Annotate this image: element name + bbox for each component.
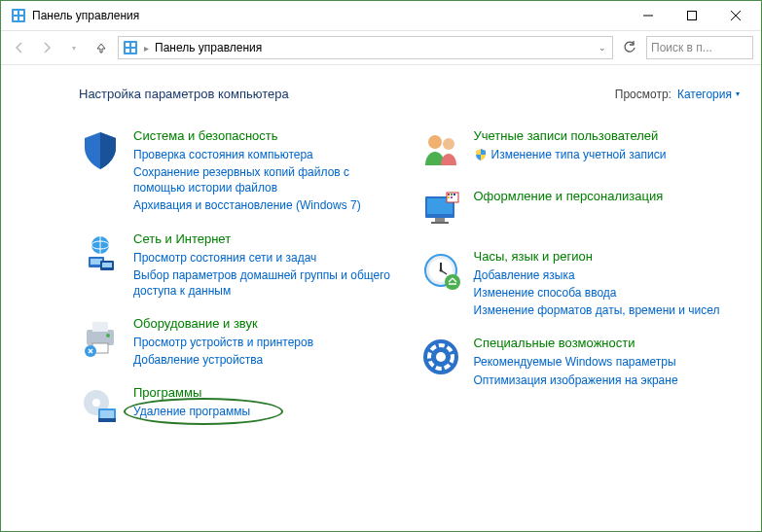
svg-rect-11 <box>131 43 135 47</box>
search-input[interactable]: Поиск в п... <box>646 36 753 59</box>
close-button[interactable] <box>713 1 757 30</box>
svg-point-46 <box>439 269 442 272</box>
category-title[interactable]: Сеть и Интернет <box>133 231 400 248</box>
category-link[interactable]: Архивация и восстановление (Windows 7) <box>133 197 400 213</box>
category-title[interactable]: Система и безопасность <box>133 128 400 145</box>
uninstall-program-link[interactable]: Удаление программы <box>133 404 250 419</box>
svg-point-50 <box>436 352 446 362</box>
window-buttons <box>626 1 757 30</box>
page-title: Настройка параметров компьютера <box>79 87 615 101</box>
category-columns: Система и безопасность Проверка состояни… <box>79 128 740 428</box>
svg-rect-2 <box>19 11 23 15</box>
maximize-button[interactable] <box>670 1 713 30</box>
ease-of-access-icon <box>419 336 462 378</box>
refresh-button[interactable] <box>619 37 640 58</box>
category-link[interactable]: Добавление языка <box>474 267 720 283</box>
network-icon <box>79 231 122 274</box>
svg-rect-40 <box>448 196 450 198</box>
address-dropdown[interactable]: ⌄ <box>597 43 608 53</box>
category-link[interactable]: Добавление устройства <box>133 352 313 368</box>
svg-point-23 <box>106 334 110 337</box>
category-link[interactable]: Проверка состояния компьютера <box>133 147 400 162</box>
content-header: Настройка параметров компьютера Просмотр… <box>79 87 740 101</box>
search-placeholder: Поиск в п... <box>651 41 712 54</box>
category-appearance: Оформление и персонализация <box>419 189 741 231</box>
svg-rect-38 <box>451 194 453 195</box>
printer-icon <box>79 316 122 359</box>
svg-point-30 <box>428 135 442 149</box>
control-panel-icon <box>11 8 26 23</box>
category-clock-language: Часы, язык и регион Добавление языка Изм… <box>419 249 741 318</box>
svg-rect-4 <box>19 17 23 20</box>
svg-rect-39 <box>454 194 455 195</box>
category-link[interactable]: Оптимизация изображения на экране <box>474 372 678 388</box>
back-button[interactable] <box>9 37 30 58</box>
svg-rect-41 <box>451 196 453 198</box>
recent-dropdown[interactable]: ▾ <box>63 37 85 58</box>
chevron-right-icon: ▸ <box>144 43 149 53</box>
view-label: Просмотр: <box>615 88 671 101</box>
category-system-security: Система и безопасность Проверка состояни… <box>79 128 400 214</box>
category-title[interactable]: Оформление и персонализация <box>474 189 664 205</box>
window-title: Панель управления <box>32 9 626 22</box>
svg-rect-21 <box>92 322 108 332</box>
svg-rect-10 <box>126 43 129 47</box>
category-link[interactable]: Выбор параметров домашней группы и общег… <box>133 267 400 299</box>
category-link[interactable]: Просмотр состояния сети и задач <box>133 250 400 266</box>
category-ease-of-access: Специальные возможности Рекомендуемые Wi… <box>419 336 741 387</box>
svg-rect-12 <box>126 49 129 53</box>
svg-rect-28 <box>100 410 114 418</box>
users-icon <box>419 128 462 171</box>
up-button[interactable] <box>91 37 112 58</box>
category-title[interactable]: Оборудование и звук <box>133 316 313 333</box>
category-title[interactable]: Учетные записи пользователей <box>474 128 667 145</box>
category-programs: Программы Удаление программы <box>79 385 400 428</box>
titlebar: Панель управления <box>1 1 761 30</box>
svg-rect-19 <box>102 263 112 267</box>
category-title[interactable]: Специальные возможности <box>474 336 678 352</box>
svg-rect-34 <box>435 218 445 222</box>
monitor-icon <box>419 189 462 231</box>
programs-icon <box>79 385 122 428</box>
svg-point-31 <box>443 138 454 150</box>
category-link[interactable]: Рекомендуемые Windows параметры <box>474 354 678 370</box>
svg-point-47 <box>445 274 460 290</box>
category-link[interactable]: Изменение типа учетной записи <box>491 147 667 162</box>
forward-button[interactable] <box>36 37 57 58</box>
control-panel-window: Панель управления ▾ ▸ Панель управления … <box>0 0 762 532</box>
right-column: Учетные записи пользователей Изменение т… <box>419 128 741 428</box>
svg-point-26 <box>92 399 100 407</box>
content-area: Настройка параметров компьютера Просмотр… <box>1 65 761 531</box>
breadcrumb[interactable]: Панель управления <box>155 41 262 54</box>
category-user-accounts: Учетные записи пользователей Изменение т… <box>419 128 741 171</box>
category-network: Сеть и Интернет Просмотр состояния сети … <box>79 231 400 299</box>
svg-rect-6 <box>687 12 696 20</box>
svg-rect-37 <box>448 194 450 195</box>
address-bar[interactable]: ▸ Панель управления ⌄ <box>118 36 613 59</box>
svg-rect-3 <box>14 17 18 20</box>
category-link[interactable]: Просмотр устройств и принтеров <box>133 335 313 350</box>
navbar: ▾ ▸ Панель управления ⌄ Поиск в п... <box>1 30 761 65</box>
view-dropdown[interactable]: Категория ▾ <box>677 88 740 101</box>
category-title[interactable]: Часы, язык и регион <box>474 249 720 266</box>
left-column: Система и безопасность Проверка состояни… <box>79 128 400 428</box>
svg-rect-13 <box>131 49 135 53</box>
category-link[interactable]: Изменение способа ввода <box>474 285 720 301</box>
svg-rect-1 <box>14 11 18 15</box>
chevron-down-icon: ▾ <box>736 89 740 98</box>
svg-rect-35 <box>431 222 449 224</box>
clock-icon <box>419 249 462 292</box>
category-link[interactable]: Изменение форматов даты, времени и чисел <box>474 302 720 318</box>
category-hardware: Оборудование и звук Просмотр устройств и… <box>79 316 400 368</box>
shield-icon <box>79 128 122 171</box>
control-panel-icon <box>123 40 138 55</box>
uac-shield-icon <box>474 148 488 161</box>
category-link[interactable]: Сохранение резервных копий файлов с помо… <box>133 164 400 195</box>
minimize-button[interactable] <box>626 1 670 30</box>
svg-rect-29 <box>98 418 116 422</box>
category-title[interactable]: Программы <box>133 385 250 402</box>
